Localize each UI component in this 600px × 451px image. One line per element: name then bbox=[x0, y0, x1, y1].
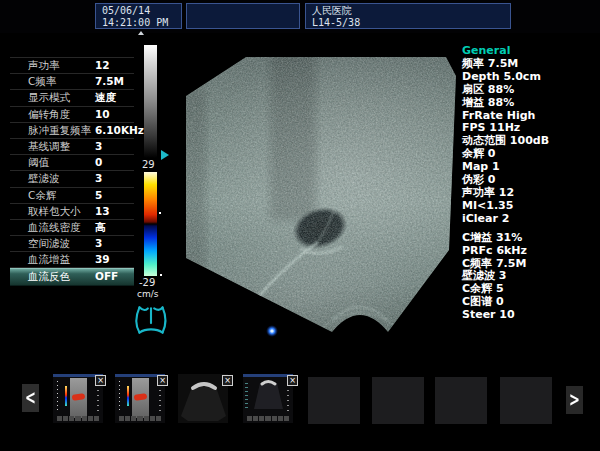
mini-spectral-trace bbox=[57, 381, 58, 413]
imaging-info-panel: General 频率 7.5M Depth 5.0cm 扇区 88% 增益 88… bbox=[462, 45, 549, 322]
close-thumbnail-3-button[interactable]: × bbox=[222, 375, 233, 386]
empty-thumbnail-slot bbox=[500, 377, 552, 424]
preset-title: General bbox=[462, 45, 549, 58]
info-line: 扇区 88% bbox=[462, 84, 549, 97]
filmstrip-next-button[interactable]: > bbox=[566, 386, 583, 414]
mini-colorbar bbox=[65, 386, 67, 406]
info-line: C增益 31% bbox=[462, 232, 549, 245]
filmstrip-prev-button[interactable]: < bbox=[22, 384, 39, 412]
ultrasound-screen: 05/06/14 14:21:00 PM 人民医院 L14-5/38 声功率 1… bbox=[0, 0, 600, 451]
thumbnail-4[interactable] bbox=[243, 374, 293, 423]
info-line: PRFc 6kHz bbox=[462, 245, 549, 258]
mini-bmode-strip bbox=[70, 378, 87, 418]
info-line: MI<1.35 bbox=[462, 200, 549, 213]
mini-doppler-blob bbox=[72, 393, 86, 401]
mini-spectral-trace bbox=[119, 381, 120, 413]
info-line: Steer 10 bbox=[462, 309, 549, 322]
mini-colorbar bbox=[127, 386, 129, 406]
info-line: 声功率 12 bbox=[462, 187, 549, 200]
info-line: 频率 7.5M bbox=[462, 58, 549, 71]
mini-bmode-strip bbox=[132, 378, 149, 418]
empty-thumbnail-slot bbox=[308, 377, 360, 424]
chevron-right-icon: > bbox=[569, 379, 580, 421]
mini-doppler-blob bbox=[134, 393, 148, 401]
info-line: Depth 5.0cm bbox=[462, 71, 549, 84]
close-thumbnail-1-button[interactable]: × bbox=[95, 375, 106, 386]
ultrasound-fan bbox=[170, 40, 507, 360]
info-line: 增益 88% bbox=[462, 97, 549, 110]
thumbnail-3[interactable] bbox=[178, 374, 228, 423]
empty-thumbnail-slot bbox=[372, 377, 424, 424]
close-thumbnail-2-button[interactable]: × bbox=[157, 375, 168, 386]
close-thumbnail-4-button[interactable]: × bbox=[287, 375, 298, 386]
info-line: iClear 2 bbox=[462, 213, 549, 226]
chevron-left-icon: < bbox=[25, 377, 36, 419]
empty-thumbnail-slot bbox=[435, 377, 487, 424]
